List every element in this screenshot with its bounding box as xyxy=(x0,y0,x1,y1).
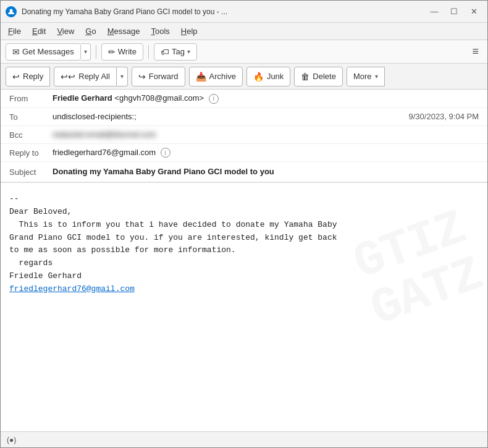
from-name: Friedle Gerhard xyxy=(53,93,112,103)
status-bar: (●) xyxy=(1,431,487,447)
body-line-7: Friedle Gerhard xyxy=(9,270,479,283)
from-row: From Friedle Gerhard <ghgvh708@gmail.com… xyxy=(1,90,487,108)
reply-to-value: friedlegerhard76@gmail.com i xyxy=(53,148,479,158)
get-messages-label: Get Messages xyxy=(22,47,74,56)
action-bar: ↩ Reply ↩↩ Reply All ▾ ↪ Forward 📥 Archi… xyxy=(1,64,487,90)
write-icon: ✏ xyxy=(108,47,116,57)
subject-value: Donating my Yamaha Baby Grand Piano GCI … xyxy=(53,167,479,176)
from-label: From xyxy=(9,93,53,103)
to-value: undisclosed-recipients:; xyxy=(53,112,409,121)
to-label: To xyxy=(9,112,53,122)
body-line-5: to me as soon as possible for more infor… xyxy=(9,244,479,257)
chevron-down-icon: ▾ xyxy=(84,48,87,55)
menu-help[interactable]: Help xyxy=(176,25,203,37)
menu-bar: File Edit View Go Message Tools Help xyxy=(1,23,487,40)
junk-button[interactable]: 🔥 Junk xyxy=(246,67,290,87)
toolbar-separator-2 xyxy=(148,45,149,59)
from-value: Friedle Gerhard <ghgvh708@gmail.com> i xyxy=(53,93,479,104)
reply-to-link[interactable]: friedlegerhard76@gmail.com xyxy=(9,284,135,294)
tag-chevron-icon: ▾ xyxy=(187,48,190,55)
from-email: <ghgvh708@gmail.com> xyxy=(114,93,204,103)
close-button[interactable]: ✕ xyxy=(465,6,482,18)
reply-icon: ↩ xyxy=(12,72,20,82)
body-line-4: Grand Piano GCI model to you. if you are… xyxy=(9,232,479,245)
maximize-button[interactable]: ☐ xyxy=(445,6,463,18)
write-button[interactable]: ✏ Write xyxy=(101,43,143,61)
reply-to-label: Reply to xyxy=(9,148,53,158)
reply-to-row: Reply to friedlegerhard76@gmail.com i xyxy=(1,144,487,163)
reply-to-info-icon[interactable]: i xyxy=(161,148,170,158)
body-link-line: friedlegerhard76@gmail.com xyxy=(9,283,479,296)
more-label: More xyxy=(353,72,372,81)
delete-button[interactable]: 🗑 Delete xyxy=(294,67,343,87)
archive-icon: 📥 xyxy=(196,72,206,82)
from-info-icon[interactable]: i xyxy=(209,94,219,104)
menu-go[interactable]: Go xyxy=(80,25,101,37)
app-icon xyxy=(6,6,17,17)
archive-label: Archive xyxy=(209,72,236,81)
reply-all-group: ↩↩ Reply All ▾ xyxy=(54,67,128,87)
get-messages-icon: ✉ xyxy=(12,47,20,57)
more-button[interactable]: More ▾ xyxy=(347,67,385,87)
menu-edit[interactable]: Edit xyxy=(27,25,51,37)
more-group: More ▾ xyxy=(347,67,385,87)
body-line-6: regards xyxy=(9,257,479,270)
reply-all-label: Reply All xyxy=(78,72,110,81)
menu-message[interactable]: Message xyxy=(103,25,145,37)
delete-icon: 🗑 xyxy=(301,72,309,82)
email-header: From Friedle Gerhard <ghgvh708@gmail.com… xyxy=(1,90,487,183)
forward-label: Forward xyxy=(149,72,179,81)
main-window: Donating my Yamaha Baby Grand Piano GCI … xyxy=(0,0,488,448)
body-line-1: -- xyxy=(9,193,479,206)
reply-all-chevron-icon: ▾ xyxy=(120,73,124,80)
menu-tools[interactable]: Tools xyxy=(146,25,174,37)
tag-label: Tag xyxy=(172,47,185,56)
bcc-label: Bcc xyxy=(9,130,53,140)
reply-all-dropdown[interactable]: ▾ xyxy=(117,67,128,87)
to-row: To undisclosed-recipients:; 9/30/2023, 9… xyxy=(1,108,487,126)
menu-file[interactable]: File xyxy=(3,25,26,37)
reply-all-button[interactable]: ↩↩ Reply All xyxy=(54,67,117,87)
toolbar-separator-1 xyxy=(96,45,96,59)
reply-button[interactable]: ↩ Reply xyxy=(6,67,50,87)
subject-row: Subject Donating my Yamaha Baby Grand Pi… xyxy=(1,162,487,182)
status-icon: (●) xyxy=(7,436,16,444)
junk-icon: 🔥 xyxy=(253,72,264,82)
reply-group: ↩ Reply xyxy=(6,67,50,87)
forward-button[interactable]: ↪ Forward xyxy=(132,67,185,87)
forward-icon: ↪ xyxy=(138,72,146,82)
reply-to-email: friedlegerhard76@gmail.com xyxy=(53,148,156,157)
tag-icon: 🏷 xyxy=(161,47,169,57)
get-messages-dropdown[interactable]: ▾ xyxy=(81,43,91,61)
subject-label: Subject xyxy=(9,167,53,177)
body-line-3: This is to inform you that i have decide… xyxy=(9,219,479,232)
bcc-row: Bcc redacted-email@blurred.com xyxy=(1,126,487,144)
write-label: Write xyxy=(118,47,137,56)
reply-label: Reply xyxy=(23,72,43,81)
toolbar: ✉ Get Messages ▾ ✏ Write 🏷 Tag ▾ ≡ xyxy=(1,40,487,64)
menu-view[interactable]: View xyxy=(52,25,79,37)
title-bar: Donating my Yamaha Baby Grand Piano GCI … xyxy=(1,1,487,23)
tag-button[interactable]: 🏷 Tag ▾ xyxy=(154,43,197,61)
bcc-value: redacted-email@blurred.com xyxy=(53,130,479,139)
junk-label: Junk xyxy=(267,72,284,81)
email-body: GTIZGATZ -- Dear Beloved, This is to inf… xyxy=(1,183,487,431)
delete-label: Delete xyxy=(313,72,336,81)
title-text: Donating my Yamaha Baby Grand Piano GCI … xyxy=(22,7,426,16)
email-date: 9/30/2023, 9:04 PM xyxy=(409,112,479,121)
hamburger-menu-button[interactable]: ≡ xyxy=(468,44,482,59)
get-messages-button[interactable]: ✉ Get Messages xyxy=(6,43,81,61)
minimize-button[interactable]: — xyxy=(426,6,443,18)
more-chevron-icon: ▾ xyxy=(375,73,378,80)
window-controls: — ☐ ✕ xyxy=(426,6,482,18)
reply-all-icon: ↩↩ xyxy=(61,72,75,82)
archive-button[interactable]: 📥 Archive xyxy=(189,67,243,87)
svg-point-0 xyxy=(10,9,13,12)
body-line-2: Dear Beloved, xyxy=(9,206,479,219)
